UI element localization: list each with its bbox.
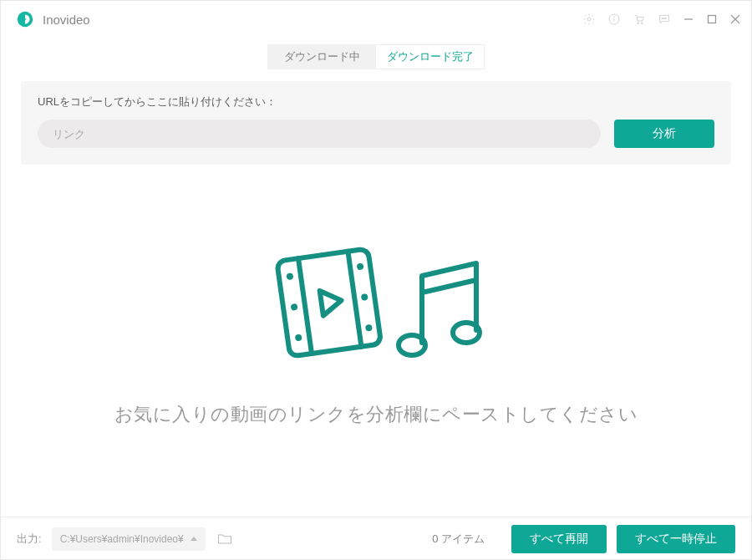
resume-all-button[interactable]: すべて再開: [511, 525, 607, 553]
tab-downloading[interactable]: ダウンロード中: [267, 44, 376, 69]
svg-point-8: [663, 18, 664, 18]
svg-rect-11: [709, 16, 716, 23]
svg-point-17: [286, 272, 293, 280]
open-folder-button[interactable]: [216, 530, 234, 548]
maximize-button[interactable]: [706, 13, 718, 25]
analyze-button[interactable]: 分析: [614, 120, 714, 148]
svg-point-7: [662, 18, 663, 18]
svg-point-19: [295, 334, 302, 342]
output-path-selector[interactable]: C:¥Users¥admin¥Inovideo¥: [52, 527, 206, 551]
svg-point-6: [641, 23, 643, 24]
svg-point-22: [365, 324, 373, 332]
app-logo-icon: [16, 10, 34, 28]
titlebar-actions: [582, 13, 741, 26]
url-panel: URLをコピーしてからここに貼り付けください： 分析: [21, 81, 731, 165]
empty-illustration-icon: [259, 240, 493, 369]
svg-point-1: [587, 18, 591, 21]
svg-point-9: [665, 18, 666, 18]
titlebar: Inovideo: [1, 1, 751, 38]
svg-point-18: [291, 303, 298, 311]
settings-icon[interactable]: [582, 13, 596, 26]
caret-up-icon: [191, 537, 197, 541]
item-count: 0 アイテム: [432, 532, 485, 547]
svg-point-24: [399, 335, 425, 355]
tabs: ダウンロード中 ダウンロード完了: [1, 38, 751, 81]
svg-point-5: [638, 23, 639, 24]
url-instruction-label: URLをコピーしてからここに貼り付けください：: [38, 94, 714, 109]
empty-state: お気に入りの動画のリンクを分析欄にペーストしてください: [1, 165, 751, 427]
svg-point-4: [614, 17, 615, 18]
minimize-button[interactable]: [683, 13, 694, 25]
cart-icon[interactable]: [633, 13, 646, 26]
output-path-text: C:¥Users¥admin¥Inovideo¥: [60, 533, 184, 545]
pause-all-button[interactable]: すべて一時停止: [617, 525, 735, 553]
output-label: 出力:: [17, 532, 42, 547]
svg-point-21: [361, 293, 368, 301]
svg-line-23: [422, 280, 476, 293]
info-icon[interactable]: [607, 13, 621, 26]
chat-icon[interactable]: [658, 13, 671, 26]
svg-point-25: [453, 323, 480, 343]
footer: 出力: C:¥Users¥admin¥Inovideo¥ 0 アイテム すべて再…: [0, 517, 752, 560]
app-title: Inovideo: [43, 13, 90, 27]
empty-message: お気に入りの動画のリンクを分析欄にペーストしてください: [114, 402, 638, 427]
svg-rect-14: [277, 248, 381, 356]
svg-point-20: [357, 262, 364, 270]
close-button[interactable]: [729, 13, 741, 25]
url-input[interactable]: [38, 120, 601, 148]
tab-completed[interactable]: ダウンロード完了: [376, 44, 485, 69]
